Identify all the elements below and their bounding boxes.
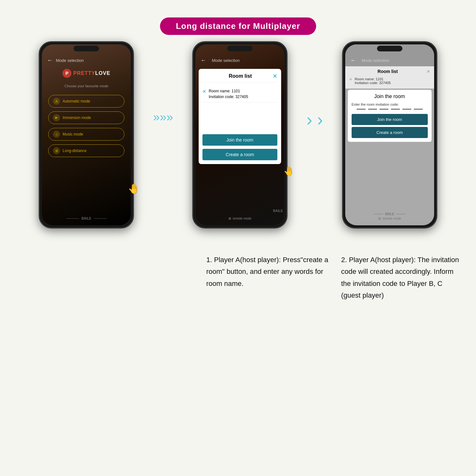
room-spacer bbox=[202, 106, 277, 130]
room-x-icon[interactable]: ✕ bbox=[202, 89, 206, 94]
enter-code-label: Enter the room invitation code: bbox=[352, 102, 428, 106]
music-icon: ♫ bbox=[53, 131, 60, 138]
join-confirm-btn[interactable]: Join the room bbox=[352, 114, 428, 125]
phones-row: ← Mode selection P PRETTYLOVE Choose you… bbox=[0, 41, 476, 228]
screen3-bottom: 🖥 remote mode bbox=[378, 217, 401, 220]
screen3-join-modal: Join the room Enter the room invitation … bbox=[348, 90, 432, 142]
phone3-baile: BAILE bbox=[374, 212, 405, 216]
code-dash-4 bbox=[391, 109, 400, 109]
phone1-mode-immersion[interactable]: ☛ Immersion mode bbox=[48, 111, 124, 124]
arrows-1-2: » » » bbox=[153, 111, 173, 123]
join-room-title: Join the room bbox=[352, 94, 428, 99]
automatic-label: Automatic mode bbox=[63, 99, 90, 103]
longdistance-label: Long-distance bbox=[63, 149, 86, 153]
screen1-bg: ← Mode selection P PRETTYLOVE Choose you… bbox=[42, 44, 131, 225]
hand-cursor-2: 🤚 bbox=[283, 166, 294, 176]
phone1-mode-automatic[interactable]: A Automatic mode bbox=[48, 95, 124, 108]
screen3-room-name: Room name: 1101 bbox=[355, 77, 391, 81]
description1: 1. Player A(host player): Press"create a… bbox=[206, 254, 328, 301]
code-dash-5 bbox=[402, 109, 411, 109]
phone1-mode-music[interactable]: ♫ Music mode bbox=[48, 128, 124, 141]
phone3-frame: ← Mode selection Room list ✕ ✕ Room name… bbox=[342, 41, 437, 228]
screen1-topbar: ← Mode selection bbox=[42, 44, 131, 66]
join-room-btn[interactable]: Join the room bbox=[202, 134, 277, 146]
remote-icon-3: 🖥 bbox=[378, 217, 381, 220]
modal-close-btn[interactable]: ✕ bbox=[273, 73, 277, 80]
phone1-back-icon[interactable]: ← bbox=[47, 57, 53, 64]
code-dash-3 bbox=[380, 109, 388, 109]
phone1-screen: ← Mode selection P PRETTYLOVE Choose you… bbox=[42, 44, 131, 225]
description2: 2. Player A(host player): The invitation… bbox=[341, 254, 463, 301]
phone2-baile: BAILE bbox=[273, 209, 283, 213]
phone1-logo-text: PRETTYLOVE bbox=[73, 70, 110, 76]
hand-cursor-1: 🤚 bbox=[128, 183, 140, 194]
create-room-btn[interactable]: Create a room bbox=[202, 149, 277, 160]
remote-label-2: remote mode bbox=[233, 217, 251, 220]
screen3-close-icon[interactable]: ✕ bbox=[426, 69, 430, 74]
longdistance-icon: ⊕ bbox=[53, 147, 60, 154]
phone3-wrapper: ← Mode selection Room list ✕ ✕ Room name… bbox=[342, 41, 437, 228]
chevron-right-1a: » bbox=[153, 111, 160, 123]
header-badge: Long distance for Multiplayer bbox=[160, 17, 316, 35]
room-list-modal: Room list ✕ ✕ Room name: 1101 Invitation… bbox=[199, 69, 281, 164]
screen3-room-item: ✕ Room name: 1101 Invitation code: 32740… bbox=[349, 76, 430, 86]
screen2-bottom: 🖥 remote mode bbox=[228, 217, 251, 220]
modal-title: Room list bbox=[208, 73, 273, 79]
phone1-choose-text: Choose your favourite mode bbox=[42, 84, 131, 88]
phone3-topbar-title: Mode selection bbox=[362, 58, 389, 63]
screen3-modal-title: Room list bbox=[349, 69, 426, 74]
phone1-logo-p: P bbox=[63, 69, 71, 78]
modal-header: Room list ✕ bbox=[202, 73, 277, 83]
code-dash-1 bbox=[357, 109, 366, 109]
screen2-topbar: ← Mode selection bbox=[195, 44, 284, 66]
phone1-mode-longdistance[interactable]: ⊕ Long-distance bbox=[48, 144, 124, 157]
descriptions: 1. Player A(host player): Press"create a… bbox=[111, 254, 463, 301]
screen3-room-info: Room name: 1101 Invitation code: 327405 bbox=[355, 77, 391, 85]
room-list-item: ✕ Room name: 1101 Invitation code: 32740… bbox=[202, 86, 277, 102]
phone3-screen: ← Mode selection Room list ✕ ✕ Room name… bbox=[345, 44, 434, 225]
phone2-wrapper: ← Mode selection Room list ✕ ✕ Room nam bbox=[192, 41, 288, 228]
screen1-content: ← Mode selection P PRETTYLOVE Choose you… bbox=[42, 44, 131, 225]
invitation-code: Invitation code: 327405 bbox=[209, 94, 248, 100]
room-name: Room name: 1101 bbox=[209, 88, 248, 94]
screen3-room-list: Room list ✕ ✕ Room name: 1101 Invitation… bbox=[345, 66, 434, 89]
phone3-back-icon[interactable]: ← bbox=[350, 57, 356, 64]
chevron-right-1b: » bbox=[160, 111, 166, 123]
phone2-frame: ← Mode selection Room list ✕ ✕ Room nam bbox=[192, 41, 288, 228]
chevron-right-3: › bbox=[317, 110, 323, 129]
remote-label-3: remote mode bbox=[382, 217, 401, 220]
phone1-wrapper: ← Mode selection P PRETTYLOVE Choose you… bbox=[39, 41, 134, 228]
screen2-bg: ← Mode selection Room list ✕ ✕ Room nam bbox=[195, 44, 284, 225]
automatic-icon: A bbox=[53, 98, 60, 105]
phone2-topbar-title: Mode selection bbox=[212, 58, 240, 63]
screen3-topbar: ← Mode selection bbox=[345, 44, 434, 66]
immersion-label: Immersion mode bbox=[63, 116, 91, 120]
phone2-back-icon[interactable]: ← bbox=[201, 57, 206, 64]
phone1-topbar-title: Mode selection bbox=[56, 58, 83, 63]
phone1-baile: BAILE bbox=[42, 213, 131, 225]
screen3-x-icon[interactable]: ✕ bbox=[349, 77, 352, 82]
room-info: Room name: 1101 Invitation code: 327405 bbox=[209, 88, 248, 100]
screen3-invitation-code: Invitation code: 327405 bbox=[355, 81, 391, 85]
code-dashes bbox=[352, 109, 428, 109]
remote-icon-2: 🖥 bbox=[228, 217, 231, 220]
code-dash-2 bbox=[368, 109, 377, 109]
immersion-icon: ☛ bbox=[53, 114, 60, 121]
code-dash-6 bbox=[414, 109, 423, 109]
phone1-frame: ← Mode selection P PRETTYLOVE Choose you… bbox=[39, 41, 134, 228]
screen3-bg: ← Mode selection Room list ✕ ✕ Room name… bbox=[345, 44, 434, 225]
screen3-create-room-btn[interactable]: Create a room bbox=[352, 127, 428, 138]
phone1-logo-area: P PRETTYLOVE bbox=[42, 66, 131, 83]
chevron-right-2: › bbox=[307, 110, 312, 129]
chevron-right-1c: » bbox=[167, 111, 173, 123]
arrows-2-3: › › bbox=[307, 111, 323, 129]
music-label: Music mode bbox=[63, 132, 83, 136]
phone2-screen: ← Mode selection Room list ✕ ✕ Room nam bbox=[195, 44, 284, 225]
